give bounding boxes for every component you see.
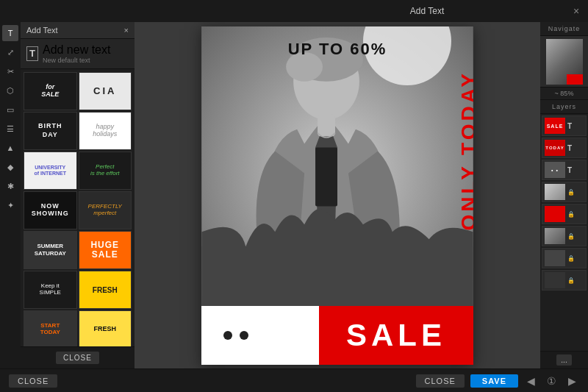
- layer-lock-icon: 🔒: [567, 189, 575, 196]
- tool-move[interactable]: ⤢: [2, 44, 18, 60]
- layer-thumb: [545, 184, 565, 200]
- layer-thumb: TODAY: [545, 140, 565, 156]
- svg-rect-4: [315, 147, 337, 206]
- layer-thumb: [545, 228, 565, 244]
- layer-item[interactable]: 🔒: [542, 182, 587, 202]
- top-bar: Add Text ×: [0, 0, 588, 22]
- dot-1: [223, 331, 232, 340]
- layer-thumb: [545, 272, 565, 288]
- more-button[interactable]: ...: [556, 354, 571, 366]
- layers-list: SALE T TODAY T • • T: [540, 114, 588, 351]
- tool-text[interactable]: T: [2, 25, 18, 41]
- close-button-left[interactable]: CLOSE: [56, 352, 99, 364]
- tool-crop[interactable]: ✂: [2, 63, 18, 79]
- bottom-left: CLOSE: [9, 374, 57, 388]
- panel-header: Add Text ×: [21, 22, 135, 39]
- layer-lock-icon: 🔒: [567, 211, 575, 218]
- tool-align[interactable]: ☰: [2, 121, 18, 137]
- nav-next-icon[interactable]: ▶: [565, 374, 579, 388]
- tool-shape[interactable]: ⬡: [2, 82, 18, 99]
- preset-item[interactable]: NOWSHOWING: [24, 191, 77, 229]
- layer-item[interactable]: SALE T: [542, 115, 587, 136]
- layer-thumb: • •: [545, 162, 565, 178]
- layer-lock-icon: 🔒: [567, 233, 575, 240]
- close-icon[interactable]: ×: [570, 5, 582, 17]
- zoom-label: ~ 85%: [540, 88, 588, 100]
- text-icon: T: [26, 46, 38, 61]
- preset-item[interactable]: SUMMERSATURDAY: [24, 231, 77, 269]
- preset-label: PERFECTLYmperfect: [87, 202, 123, 218]
- panel-header-title: Add Text: [26, 26, 58, 35]
- main-layout: T ⤢ ✂ ⬡ ▭ ☰ ▲ ◆ ✱ ✦ Add Text × T Add new…: [0, 22, 588, 368]
- preset-item[interactable]: HUGESALE: [79, 231, 132, 269]
- layer-lock-icon: 🔒: [567, 255, 575, 262]
- preset-label: FRESH: [92, 324, 118, 335]
- preset-label: HUGESALE: [89, 239, 121, 261]
- tool-rect[interactable]: ▭: [2, 101, 18, 118]
- tool-star[interactable]: ✱: [2, 178, 18, 194]
- layer-item[interactable]: 🔒: [542, 248, 587, 268]
- preset-label: BIRTHDAY: [37, 121, 64, 140]
- preset-item[interactable]: Perfectis the effort: [79, 152, 132, 190]
- layer-type-icon: T: [567, 166, 572, 174]
- preset-label: Perfectis the effort: [89, 163, 121, 179]
- nav-prev-icon[interactable]: ◀: [524, 374, 538, 388]
- left-panel: Add Text × T Add new text New default te…: [21, 22, 135, 368]
- navigate-thumbnail: [540, 36, 588, 88]
- layer-type-icon: T: [567, 122, 572, 130]
- preset-item[interactable]: FRESH: [79, 271, 132, 309]
- layer-item[interactable]: 🔒: [542, 226, 587, 246]
- save-button[interactable]: SAVE: [470, 374, 518, 388]
- preset-label: NOWSHOWING: [30, 202, 71, 219]
- close-button-bottom[interactable]: CLOSE: [9, 374, 57, 388]
- tool-diamond[interactable]: ◆: [2, 159, 18, 175]
- preset-item[interactable]: BIRTHDAY: [24, 112, 77, 150]
- layer-item[interactable]: TODAY T: [542, 138, 587, 158]
- layer-thumb: SALE: [545, 118, 565, 134]
- preset-item[interactable]: UNIVERSITYof INTERNET: [24, 152, 77, 190]
- right-panel: Navigate ~ 85% Layers SALE T TODAY T: [540, 22, 588, 368]
- panel-header-close[interactable]: ×: [124, 26, 129, 35]
- preset-item[interactable]: Keep itSIMPLE: [24, 271, 77, 309]
- bottom-bar: CLOSE CLOSE SAVE ◀ ① ▶: [0, 368, 588, 392]
- close-button-right[interactable]: CLOSE: [416, 374, 465, 388]
- dot-2: [240, 331, 248, 340]
- panel-title: Add Text: [288, 6, 566, 16]
- preset-label: SUMMERSATURDAY: [33, 241, 68, 260]
- svg-rect-5: [318, 114, 335, 136]
- layer-item[interactable]: • • T: [542, 160, 587, 180]
- poster-bottom: SALE: [201, 306, 473, 365]
- preset-item[interactable]: forSALE: [24, 72, 77, 110]
- add-text-label: Add new text: [43, 43, 111, 57]
- nav-red-bar: [567, 74, 583, 85]
- preset-item[interactable]: FRESH: [79, 310, 132, 346]
- right-panel-footer: ...: [540, 351, 588, 368]
- preset-label: CIA: [92, 85, 118, 98]
- tool-up[interactable]: ▲: [2, 140, 18, 156]
- layer-item[interactable]: 🔒: [542, 204, 587, 224]
- preset-label: happyholidays: [91, 122, 118, 140]
- layer-item[interactable]: 🔒: [542, 270, 587, 291]
- preset-item[interactable]: STARTTODAY: [24, 310, 77, 346]
- poster-top-text: UP TO 60%: [201, 40, 473, 59]
- left-panel-footer: CLOSE: [21, 346, 135, 368]
- tool-fx[interactable]: ✦: [2, 197, 18, 213]
- preset-label: forSALE: [40, 82, 60, 100]
- layer-thumb: [545, 250, 565, 266]
- preset-label: FRESH: [91, 285, 119, 296]
- nav-thumb-inner: [546, 39, 583, 85]
- poster-dots: [201, 331, 248, 340]
- poster-canvas[interactable]: UP TO 60% ONLY TODAY SALE: [201, 26, 473, 365]
- layer-type-icon: T: [567, 144, 572, 152]
- bottom-right: CLOSE SAVE ◀ ① ▶: [416, 374, 579, 388]
- preset-item[interactable]: CIA: [79, 72, 132, 110]
- navigate-label: Navigate: [540, 22, 588, 36]
- layers-label: Layers: [540, 100, 588, 114]
- preset-item[interactable]: happyholidays: [79, 112, 132, 150]
- preset-label: UNIVERSITYof INTERNET: [32, 163, 68, 177]
- add-new-text-button[interactable]: T Add new text New default text: [21, 39, 135, 69]
- preset-item[interactable]: PERFECTLYmperfect: [79, 191, 132, 229]
- preset-label: STARTTODAY: [39, 321, 62, 338]
- page-number: ①: [544, 374, 559, 388]
- layer-thumb: [545, 206, 565, 222]
